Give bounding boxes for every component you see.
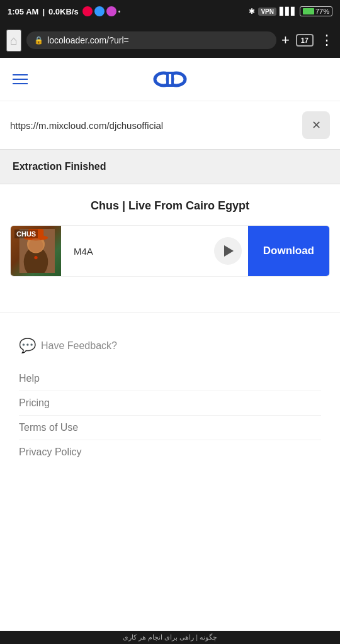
time-display: 1:05 AM	[8, 7, 38, 16]
footer-section: 💬 Have Feedback? Help Pricing Terms of U…	[0, 312, 340, 477]
chat-icon: 💬	[19, 338, 36, 354]
hamburger-menu-button[interactable]	[13, 74, 28, 84]
privacy-link[interactable]: Privacy Policy	[19, 440, 321, 464]
url-display: locoloader.com/?url=	[47, 35, 269, 45]
terms-link[interactable]: Terms of Use	[19, 416, 321, 440]
browser-actions: + 17 ⋮	[281, 32, 334, 48]
feedback-text: Have Feedback?	[41, 340, 117, 352]
extraction-status-text: Extraction Finished	[13, 161, 106, 172]
app-header	[0, 58, 340, 101]
lock-icon: 🔒	[34, 36, 43, 45]
add-tab-button[interactable]: +	[281, 32, 290, 48]
vpn-badge: VPN	[258, 8, 276, 16]
svg-point-8	[29, 238, 43, 253]
track-format-label: M4A	[67, 246, 208, 257]
bluetooth-icon: ✱	[249, 7, 255, 16]
svg-rect-2	[167, 73, 173, 86]
notification-icons: •	[82, 6, 121, 16]
battery-icon: 77%	[300, 6, 332, 16]
status-time-network: 1:05 AM | 0.0KB/s •	[8, 6, 120, 16]
track-thumbnail: CHUS	[11, 226, 61, 276]
download-button[interactable]: Download	[248, 226, 329, 276]
hamburger-line-1	[13, 74, 28, 75]
home-button[interactable]: ⌂	[6, 30, 21, 52]
clear-url-button[interactable]: ✕	[302, 111, 330, 139]
signal-icon: ▋▋▋	[280, 7, 297, 16]
network-speed-value: 0.0KB/s	[48, 7, 79, 16]
status-right-icons: ✱ VPN ▋▋▋ 77%	[249, 6, 332, 16]
thumbnail-label: CHUS	[14, 230, 38, 238]
network-speed: |	[42, 7, 45, 16]
play-triangle-icon	[224, 245, 234, 257]
bottom-bar: چگونه | راهی برای انجام هر کاری	[0, 631, 340, 644]
track-title: Chus | Live From Cairo Egypt	[10, 199, 330, 213]
browser-bar: ⌂ 🔒 locoloader.com/?url= + 17 ⋮	[0, 23, 340, 58]
svg-point-9	[34, 256, 37, 259]
logo-icon	[152, 68, 188, 91]
feedback-row: 💬 Have Feedback?	[19, 338, 321, 354]
url-input[interactable]	[10, 120, 296, 131]
address-bar[interactable]: 🔒 locoloader.com/?url=	[26, 31, 276, 49]
help-link[interactable]: Help	[19, 367, 321, 391]
app-logo	[152, 68, 188, 91]
menu-button[interactable]: ⋮	[320, 32, 334, 48]
track-item: CHUS M4A	[10, 225, 330, 277]
hamburger-line-2	[13, 79, 28, 80]
bottom-bar-text: چگونه | راهی برای انجام هر کاری	[123, 633, 217, 641]
play-button[interactable]	[214, 237, 242, 265]
hamburger-line-3	[13, 83, 28, 84]
url-input-section: ✕	[0, 101, 340, 150]
pricing-link[interactable]: Pricing	[19, 391, 321, 416]
extraction-status-section: Extraction Finished	[0, 150, 340, 184]
content-area: Chus | Live From Cairo Egypt CHUS	[0, 184, 340, 287]
tabs-count-button[interactable]: 17	[296, 34, 314, 47]
status-bar: 1:05 AM | 0.0KB/s • ✱ VPN ▋▋▋ 77%	[0, 0, 340, 23]
